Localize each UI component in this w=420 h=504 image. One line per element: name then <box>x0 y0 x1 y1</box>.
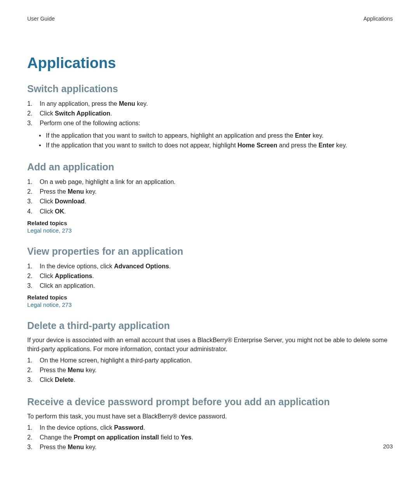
step-item: Click an application. <box>27 281 393 290</box>
related-topics-link[interactable]: Legal notice, 273 <box>27 227 72 234</box>
section-intro: To perform this task, you must have set … <box>27 412 393 421</box>
step-item: Click Switch Application. <box>27 109 393 118</box>
step-item: Perform one of the following actions: <box>27 119 393 128</box>
chapter-title: Applications <box>27 55 393 72</box>
sections-container: Switch applicationsIn any application, p… <box>27 83 393 452</box>
running-head: User Guide Applications <box>27 16 393 22</box>
section-heading: Add an application <box>27 161 393 173</box>
related-topics-label: Related topics <box>27 220 393 226</box>
step-item: Press the Menu key. <box>27 443 393 452</box>
step-item: Press the Menu key. <box>27 187 393 196</box>
related-topics-label: Related topics <box>27 294 393 301</box>
step-list: On the Home screen, highlight a third-pa… <box>27 356 393 385</box>
section-heading: Receive a device password prompt before … <box>27 396 393 408</box>
related-topics-link[interactable]: Legal notice, 273 <box>27 301 72 308</box>
bullet-item: If the application that you want to swit… <box>39 131 393 140</box>
step-list: In any application, press the Menu key.C… <box>27 99 393 128</box>
page: User Guide Applications Applications Swi… <box>0 0 420 504</box>
step-list: On a web page, highlight a link for an a… <box>27 177 393 216</box>
section-heading: Delete a third-party application <box>27 320 393 331</box>
section-heading: Switch applications <box>27 83 393 94</box>
step-list: In the device options, click Password.Ch… <box>27 423 393 452</box>
step-item: On the Home screen, highlight a third-pa… <box>27 356 393 365</box>
header-left: User Guide <box>27 16 55 22</box>
step-item: Click OK. <box>27 207 393 216</box>
step-item: Click Applications. <box>27 271 393 280</box>
step-item: On a web page, highlight a link for an a… <box>27 177 393 186</box>
step-item: In the device options, click Password. <box>27 423 393 432</box>
step-item: Press the Menu key. <box>27 366 393 374</box>
step-list: In the device options, click Advanced Op… <box>27 262 393 290</box>
section-intro: If your device is associated with an ema… <box>27 336 393 354</box>
step-item: In the device options, click Advanced Op… <box>27 262 393 271</box>
step-item: In any application, press the Menu key. <box>27 99 393 108</box>
header-right: Applications <box>364 16 393 22</box>
step-item: Click Delete. <box>27 375 393 384</box>
page-number: 203 <box>383 443 393 450</box>
step-item: Click Download. <box>27 197 393 206</box>
section-heading: View properties for an application <box>27 246 393 257</box>
bullet-item: If the application that you want to swit… <box>39 141 393 150</box>
sub-bullet-list: If the application that you want to swit… <box>39 131 393 150</box>
step-item: Change the Prompt on application install… <box>27 433 393 442</box>
